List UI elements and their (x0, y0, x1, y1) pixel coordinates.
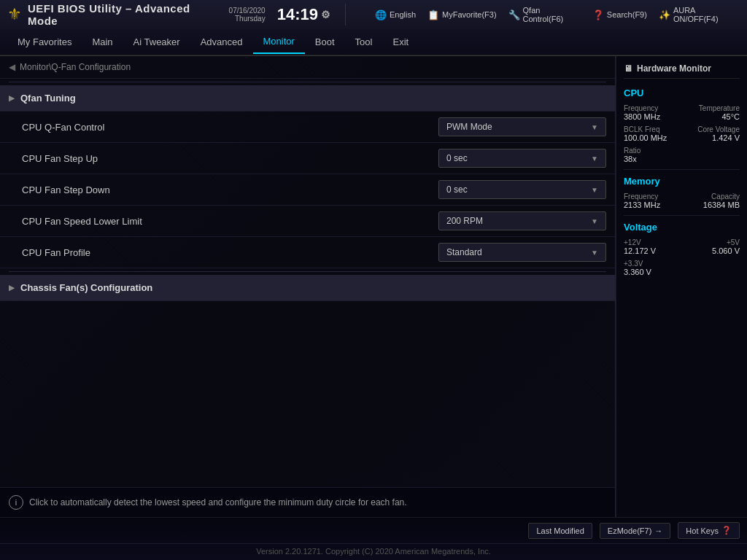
dropdown-arrow-5: ▼ (591, 249, 598, 257)
nav-bar: My Favorites Main Ai Tweaker Advanced Mo… (0, 29, 747, 55)
cpu-qfan-dropdown[interactable]: PWM Mode ▼ (438, 117, 606, 136)
hot-keys-btn[interactable]: Hot Keys ❓ (678, 522, 740, 539)
nav-exit[interactable]: Exit (382, 31, 419, 53)
hw-freq-label: Frequency (624, 104, 660, 112)
footer: Last Modified EzMode(F7) → Hot Keys ❓ Ve… (0, 517, 747, 560)
ez-mode-arrow-icon: → (654, 526, 662, 535)
back-arrow[interactable]: ◀ (9, 62, 15, 72)
footer-copyright: Version 2.20.1271. Copyright (C) 2020 Am… (0, 544, 747, 559)
hw-12v-val: 12.172 V (624, 246, 656, 255)
hw-33v-val: 3.360 V (624, 268, 651, 276)
dropdown-arrow-4: ▼ (591, 217, 598, 225)
hw-ratio-val: 38x (624, 155, 640, 163)
cpu-fan-step-up-label: CPU Fan Step Up (22, 153, 438, 164)
qfan-control[interactable]: 🔧 Qfan Control(F6) (508, 6, 581, 23)
cpu-qfan-control-value: PWM Mode ▼ (438, 117, 606, 136)
ez-mode-btn[interactable]: EzMode(F7) → (600, 523, 671, 539)
hw-12v-label: +12V (624, 238, 656, 246)
hw-cpu-title: CPU (624, 88, 740, 98)
last-modified-label: Last Modified (536, 526, 584, 535)
expand-icon-2: ▶ (9, 284, 15, 292)
hw-mem-cap-label: Capacity (703, 192, 740, 201)
cpu-fan-profile-label: CPU Fan Profile (22, 247, 438, 258)
hw-mem-freq-label: Frequency (624, 192, 660, 201)
header-info: 07/16/2020 Thursday 14:19 ⚙ 🌐 English 📋 … (229, 4, 740, 26)
cpu-qfan-control-label: CPU Q-Fan Control (22, 122, 438, 133)
cpu-fan-speed-dropdown[interactable]: 200 RPM ▼ (438, 211, 606, 230)
aura-icon: ✨ (659, 9, 670, 20)
time-display: 14:19 ⚙ (277, 7, 330, 23)
nav-tool[interactable]: Tool (345, 31, 383, 53)
hw-memory-title: Memory (624, 176, 740, 187)
hw-bclk-label: BCLK Freq (624, 125, 667, 133)
qfan-tuning-section[interactable]: ▶ Qfan Tuning (0, 85, 615, 112)
cpu-fan-speed-dropdown-value: 200 RPM (446, 216, 483, 226)
cpu-fan-profile-value: Standard ▼ (438, 243, 606, 262)
nav-ai-tweaker[interactable]: Ai Tweaker (123, 31, 190, 53)
cpu-fan-step-down-dropdown[interactable]: 0 sec ▼ (438, 180, 606, 199)
hw-mem-cap-val: 16384 MB (703, 201, 740, 209)
aura-label: AURA ON/OFF(F4) (673, 6, 740, 23)
last-modified-btn[interactable]: Last Modified (528, 523, 592, 539)
qfan-label: Qfan Control(F6) (523, 6, 581, 23)
header-controls: 🌐 English 📋 MyFavorite(F3) 🔧 Qfan Contro… (375, 6, 740, 23)
hw-cpu-ratio-row: Ratio 38x (624, 147, 740, 163)
app-title: UEFI BIOS Utility – Advanced Mode (28, 2, 222, 27)
hw-temp-label: Temperature (699, 104, 740, 112)
ez-mode-label: EzMode(F7) (608, 526, 652, 535)
hw-cpu-bclk-row: BCLK Freq 100.00 MHz Core Voltage 1.424 … (624, 125, 740, 142)
nav-main[interactable]: Main (82, 31, 123, 53)
fan-icon: 🔧 (508, 9, 520, 20)
main-layout: ◀ Monitor\Q-Fan Configuration ▶ Qfan Tun… (0, 56, 747, 517)
cpu-fan-step-down-value: 0 sec ▼ (438, 180, 606, 199)
cpu-fan-step-up-row: CPU Fan Step Up 0 sec ▼ (0, 143, 615, 174)
nav-boot[interactable]: Boot (305, 31, 345, 53)
hw-monitor-sidebar: 🖥 Hardware Monitor CPU Frequency 3800 MH… (616, 56, 747, 517)
hw-ratio-label: Ratio (624, 147, 640, 155)
hot-keys-label: Hot Keys (686, 526, 719, 535)
nav-monitor[interactable]: Monitor (253, 30, 305, 54)
cpu-fan-speed-lower-limit-row: CPU Fan Speed Lower Limit 200 RPM ▼ (0, 206, 615, 237)
nav-advanced[interactable]: Advanced (190, 31, 253, 53)
cpu-fan-profile-row: CPU Fan Profile Standard ▼ (0, 237, 615, 268)
cpu-fan-step-up-dropdown[interactable]: 0 sec ▼ (438, 149, 606, 168)
aura-control[interactable]: ✨ AURA ON/OFF(F4) (659, 6, 740, 23)
favorite-label: MyFavorite(F3) (442, 10, 497, 19)
hw-33v-label: +3.3V (624, 260, 651, 268)
breadcrumb-path: Monitor\Q-Fan Configuration (20, 62, 131, 72)
dropdown-arrow-3: ▼ (591, 186, 598, 194)
content-area: ◀ Monitor\Q-Fan Configuration ▶ Qfan Tun… (0, 56, 616, 517)
hw-voltage-33v-row: +3.3V 3.360 V (624, 260, 740, 276)
settings-icon[interactable]: ⚙ (321, 9, 330, 20)
language-label: English (390, 10, 416, 19)
info-bar: i Click to automatically detect the lowe… (0, 487, 615, 517)
settings-list: ▶ Qfan Tuning CPU Q-Fan Control PWM Mode… (0, 85, 615, 487)
search-control[interactable]: ❓ Search(F9) (592, 9, 647, 20)
cpu-fan-profile-dropdown[interactable]: Standard ▼ (438, 243, 606, 262)
time: 14:19 (277, 7, 318, 23)
hw-core-voltage-val: 1.424 V (697, 133, 740, 142)
section-title: Qfan Tuning (20, 93, 76, 104)
chassis-fan-title: Chassis Fan(s) Configuration (20, 282, 152, 293)
logo-icon: ⚜ (7, 5, 22, 24)
expand-icon: ▶ (9, 94, 15, 102)
info-icon: i (9, 495, 23, 510)
my-favorite-control[interactable]: 📋 MyFavorite(F3) (427, 9, 497, 20)
cpu-fan-step-down-label: CPU Fan Step Down (22, 184, 438, 195)
chassis-fan-section[interactable]: ▶ Chassis Fan(s) Configuration (0, 275, 615, 301)
hw-voltage-12v-row: +12V 12.172 V +5V 5.060 V (624, 238, 740, 255)
date: 07/16/2020 (229, 7, 266, 15)
language-control[interactable]: 🌐 English (375, 9, 416, 20)
info-text: Click to automatically detect the lowest… (29, 497, 407, 508)
cpu-qfan-control-row: CPU Q-Fan Control PWM Mode ▼ (0, 112, 615, 143)
dropdown-arrow: ▼ (591, 123, 598, 131)
datetime: 07/16/2020 Thursday (229, 7, 266, 23)
cpu-fan-step-up-value: 0 sec ▼ (438, 149, 606, 168)
cpu-fan-speed-lower-limit-value: 200 RPM ▼ (438, 211, 606, 230)
hw-bclk-val: 100.00 MHz (624, 133, 667, 142)
hw-temp-val: 45°C (699, 112, 740, 121)
breadcrumb: ◀ Monitor\Q-Fan Configuration (0, 56, 615, 79)
nav-my-favorites[interactable]: My Favorites (7, 31, 82, 53)
search-label: Search(F9) (607, 10, 647, 19)
hw-mem-freq-val: 2133 MHz (624, 201, 660, 209)
